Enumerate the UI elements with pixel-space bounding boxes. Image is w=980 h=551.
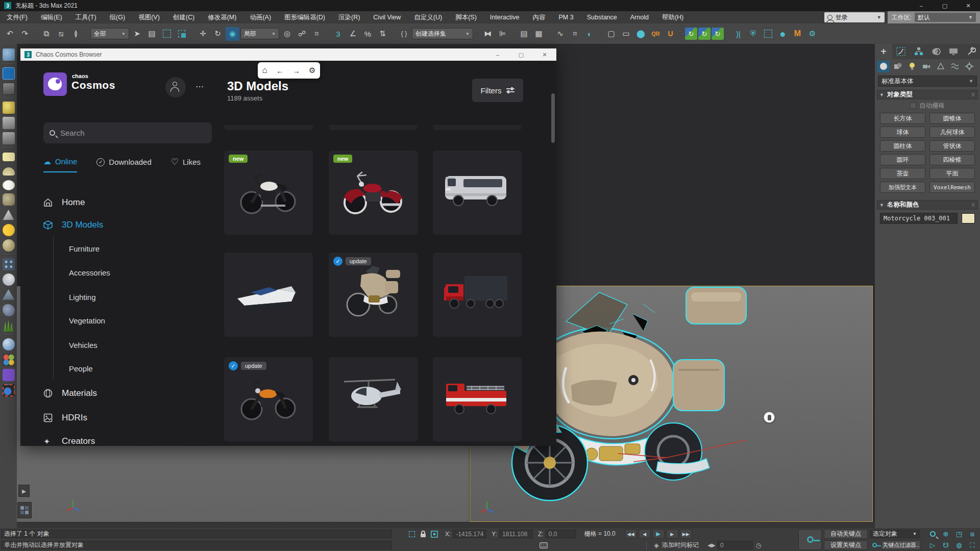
mirror-icon[interactable]: ⧓: [481, 27, 495, 41]
vray-cloud-icon[interactable]: [3, 67, 15, 80]
model-card-van[interactable]: [433, 151, 522, 235]
blue-sphere-icon[interactable]: [3, 338, 15, 350]
sidebar-item-accessories[interactable]: Accessories: [69, 268, 110, 277]
model-card-helicopter[interactable]: [329, 357, 418, 441]
sidebar-item-creators[interactable]: ✦ Creators: [43, 436, 95, 446]
select-and-rotate-icon[interactable]: ↻: [211, 27, 225, 41]
film-camera-icon[interactable]: [3, 132, 15, 144]
menu-group[interactable]: 组(G): [103, 11, 132, 23]
space-warps-category-icon[interactable]: [948, 61, 961, 72]
current-frame-field[interactable]: 0: [717, 541, 753, 549]
menu-help[interactable]: 帮助(H): [655, 11, 690, 23]
tube-button[interactable]: 管状体: [929, 140, 975, 152]
bind-to-space-warp-icon[interactable]: ≬: [69, 27, 83, 41]
select-by-name-icon[interactable]: ▤: [145, 27, 159, 41]
display-tab[interactable]: [945, 44, 962, 59]
zoom-extents-all-icon[interactable]: ⧈: [967, 529, 978, 539]
menu-animation[interactable]: 动画(A): [243, 11, 278, 23]
time-configuration-icon[interactable]: ◷: [753, 540, 764, 550]
arnold-light-icon[interactable]: )|: [731, 27, 745, 41]
rock-icon[interactable]: [3, 304, 15, 316]
pyramid-button[interactable]: 四棱锥: [929, 154, 975, 165]
add-time-tag[interactable]: 添加时间标记: [662, 541, 699, 549]
terrain-icon[interactable]: [3, 209, 15, 221]
search-input[interactable]: [60, 129, 193, 137]
object-type-rollout[interactable]: ▼ 对象类型 ⠿: [877, 90, 978, 99]
substance-export-icon[interactable]: ↻: [712, 28, 724, 40]
tab-downloaded[interactable]: ✓ Downloaded: [96, 157, 151, 172]
textplus-button[interactable]: 加强型文本: [880, 182, 925, 193]
align-icon[interactable]: ⊫: [496, 27, 509, 41]
cosmos-minimize-button[interactable]: –: [486, 48, 509, 61]
name-color-rollout[interactable]: ▼ 名称和颜色 ⠿: [877, 200, 978, 210]
select-and-move-icon[interactable]: ✛: [196, 27, 210, 41]
previous-frame-icon[interactable]: ◀: [639, 529, 651, 539]
selection-lock-icon[interactable]: [418, 529, 429, 539]
account-avatar[interactable]: [165, 77, 186, 97]
select-and-link-icon[interactable]: ⧉: [39, 27, 53, 41]
rectangular-selection-region-icon[interactable]: [160, 27, 174, 41]
arnold-shield-icon[interactable]: ⛨: [746, 27, 760, 41]
tan-sphere-icon[interactable]: [3, 239, 15, 252]
frame-nudge-icon[interactable]: ◀▶: [706, 540, 717, 550]
next-frame-icon[interactable]: ▶: [666, 529, 678, 539]
lights-dialog-icon[interactable]: [3, 102, 15, 114]
voxelremesh-button[interactable]: VoxelRemesh: [929, 182, 975, 193]
sidebar-item-furniture[interactable]: Furniture: [69, 244, 100, 253]
menu-edit[interactable]: 编辑(E): [34, 11, 69, 23]
play-animation-icon[interactable]: ▶: [652, 529, 665, 539]
unlink-selection-icon[interactable]: ⧅: [54, 27, 68, 41]
auto-key-button[interactable]: 自动关键点: [824, 529, 868, 539]
menu-modifiers[interactable]: 修改器(M): [201, 11, 243, 23]
palette-icon[interactable]: [3, 369, 15, 381]
plane-button[interactable]: 平面: [929, 168, 975, 179]
scrollbar-thumb[interactable]: [551, 93, 555, 143]
select-and-scale-icon[interactable]: ◉: [226, 27, 239, 41]
moon-icon[interactable]: [3, 273, 15, 286]
sidebar-item-vegetation[interactable]: Vegetation: [69, 316, 105, 325]
menu-interactive[interactable]: Interactive: [483, 11, 526, 23]
edit-named-selection-icon[interactable]: { }: [397, 27, 411, 41]
workspace-dropdown[interactable]: 默认 ▼: [915, 13, 976, 22]
geosphere-button[interactable]: 几何球体: [929, 127, 975, 138]
zoom-icon[interactable]: [927, 529, 938, 539]
pyramid-helper-icon[interactable]: [3, 289, 15, 301]
key-filters-button[interactable]: 关键点过滤器..: [881, 540, 921, 550]
object-color-swatch[interactable]: [962, 213, 975, 223]
sidebar-item-3d-models[interactable]: 3D Models: [43, 220, 103, 230]
absolute-offset-toggle-icon[interactable]: [429, 529, 440, 539]
viewport-tab-expand-button[interactable]: ▸: [18, 485, 30, 497]
tab-online[interactable]: ☁ Online: [43, 157, 77, 172]
menu-file[interactable]: 文件(F): [0, 11, 34, 23]
undo-icon[interactable]: ↶: [3, 27, 17, 41]
menu-scripting[interactable]: 脚本(S): [449, 11, 483, 23]
set-key-big-button[interactable]: [798, 529, 822, 550]
viewport-layout-button[interactable]: [17, 502, 32, 518]
more-menu-icon[interactable]: ⋯: [195, 82, 205, 91]
sidebar-item-vehicles[interactable]: Vehicles: [69, 341, 97, 349]
model-card-motorcycle-touring[interactable]: ✓ update: [329, 253, 418, 337]
primitive-category-dropdown[interactable]: 标准基本体 ▼: [878, 76, 977, 87]
geometry-category-icon[interactable]: [877, 61, 890, 72]
autogrid-checkbox[interactable]: [910, 103, 916, 109]
filters-button[interactable]: Filters: [472, 79, 523, 102]
utilities-tab[interactable]: [963, 44, 980, 59]
cameras-category-icon[interactable]: [920, 61, 933, 72]
model-card-motorcycle-black[interactable]: new: [224, 151, 313, 235]
teapot-render-icon[interactable]: [3, 48, 15, 61]
zoom-extents-icon[interactable]: ◳: [953, 529, 965, 539]
close-button[interactable]: ✕: [957, 0, 980, 11]
maximize-viewport-icon[interactable]: ⛶: [967, 540, 978, 550]
particles-icon[interactable]: [3, 258, 15, 270]
y-coordinate-field[interactable]: 1811.108: [499, 530, 533, 538]
go-to-start-icon[interactable]: ◀◀: [625, 529, 637, 539]
select-object-icon[interactable]: ➤: [130, 27, 144, 41]
material-editor-icon[interactable]: ◐: [583, 27, 597, 41]
cosmos-title-bar[interactable]: 3 Chaos Cosmos Browser – ▢ ✕: [20, 48, 556, 61]
named-selection-set-dropdown[interactable]: 创建选择集 ▼: [412, 28, 473, 39]
key-mode-dropdown[interactable]: 选定对象▼: [870, 530, 920, 538]
layer-manager-icon[interactable]: ▤: [517, 27, 531, 41]
sphere-light-icon[interactable]: [3, 180, 15, 190]
select-and-manipulate-icon[interactable]: ☍: [295, 27, 309, 41]
lights-category-icon[interactable]: [905, 61, 918, 72]
